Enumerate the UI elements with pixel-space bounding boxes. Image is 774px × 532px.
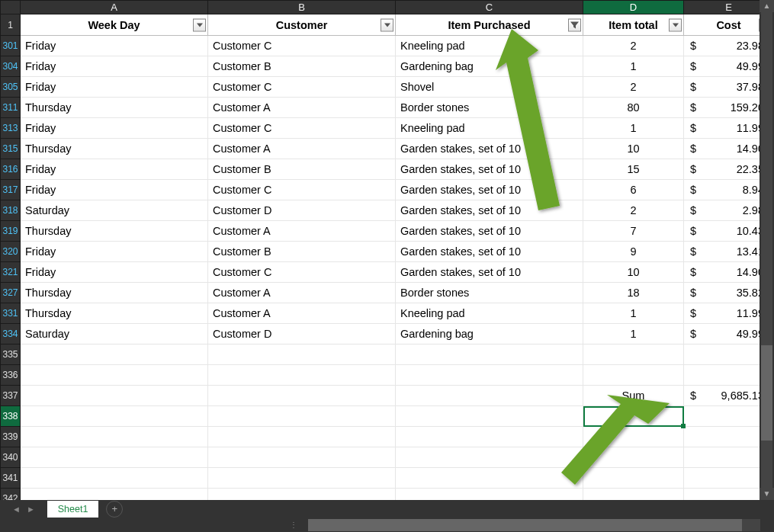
cell[interactable]: Border stones xyxy=(396,283,583,303)
cell[interactable]: 2 xyxy=(583,200,684,221)
cell[interactable]: 10 xyxy=(583,139,684,159)
cell[interactable] xyxy=(21,345,208,365)
tab-scroll-handle-icon[interactable]: ⋮ xyxy=(0,521,308,529)
cell[interactable]: Friday xyxy=(21,262,208,283)
cell[interactable]: Customer C xyxy=(208,77,396,98)
cell[interactable]: Garden stakes, set of 10 xyxy=(396,180,583,200)
row-number[interactable]: 331 xyxy=(1,303,21,324)
cell[interactable]: Garden stakes, set of 10 xyxy=(396,139,583,159)
cell[interactable]: Kneeling pad xyxy=(396,303,583,324)
cell[interactable]: Customer A xyxy=(208,221,396,242)
cell[interactable] xyxy=(396,365,583,386)
cell[interactable] xyxy=(208,468,396,489)
col-header-A[interactable]: A xyxy=(21,1,208,14)
cell[interactable] xyxy=(396,427,583,447)
row-number[interactable]: 319 xyxy=(1,221,21,242)
filter-button[interactable] xyxy=(669,18,682,31)
cell[interactable]: Gardening bag xyxy=(396,56,583,77)
scroll-track[interactable] xyxy=(761,12,772,488)
cell[interactable] xyxy=(396,345,583,365)
cell[interactable]: Garden stakes, set of 10 xyxy=(396,242,583,262)
cell[interactable]: Thursday xyxy=(21,283,208,303)
row-number[interactable]: 1 xyxy=(1,14,21,36)
cell[interactable]: Gardening bag xyxy=(396,324,583,345)
cell[interactable]: Garden stakes, set of 10 xyxy=(396,200,583,221)
cell[interactable] xyxy=(208,447,396,468)
cell[interactable]: Friday xyxy=(21,159,208,180)
cell[interactable]: Thursday xyxy=(21,221,208,242)
cell[interactable]: Friday xyxy=(21,56,208,77)
cell[interactable]: Kneeling pad xyxy=(396,118,583,139)
cell[interactable]: Friday xyxy=(21,77,208,98)
cell[interactable]: 1 xyxy=(583,56,684,77)
cell[interactable] xyxy=(208,345,396,365)
select-all-corner[interactable] xyxy=(1,1,21,14)
scroll-thumb[interactable] xyxy=(761,345,772,441)
cell[interactable]: Customer A xyxy=(208,98,396,118)
row-number[interactable]: 313 xyxy=(1,118,21,139)
cell[interactable]: Customer A xyxy=(208,139,396,159)
row-number[interactable]: 317 xyxy=(1,180,21,200)
spreadsheet-grid[interactable]: A B C D E 1 Week Day Customer Item Purch… xyxy=(0,0,774,500)
fill-handle[interactable] xyxy=(681,424,686,428)
cell[interactable]: Shovel xyxy=(396,77,583,98)
cell[interactable]: Friday xyxy=(21,242,208,262)
tab-next-icon[interactable]: ► xyxy=(27,505,35,514)
cell[interactable]: 6 xyxy=(583,180,684,200)
horizontal-scrollbar[interactable]: ⋮ xyxy=(0,518,774,532)
cell[interactable] xyxy=(208,427,396,447)
cell[interactable] xyxy=(396,468,583,489)
cell[interactable]: Thursday xyxy=(21,139,208,159)
tab-prev-icon[interactable]: ◄ xyxy=(12,505,21,514)
vertical-scrollbar[interactable]: ▲ ▼ xyxy=(760,0,774,500)
cell[interactable]: Friday xyxy=(21,36,208,56)
row-number[interactable]: 311 xyxy=(1,98,21,118)
cell[interactable] xyxy=(583,345,684,365)
cell[interactable]: Border stones xyxy=(396,98,583,118)
cell[interactable] xyxy=(21,406,208,427)
cell[interactable]: Friday xyxy=(21,180,208,200)
filter-button[interactable] xyxy=(193,18,206,31)
cell[interactable] xyxy=(396,447,583,468)
cell[interactable]: Customer C xyxy=(208,180,396,200)
row-number[interactable]: 305 xyxy=(1,77,21,98)
cell[interactable]: Customer B xyxy=(208,159,396,180)
row-number[interactable]: 340 xyxy=(1,447,21,468)
cell[interactable]: 80 xyxy=(583,98,684,118)
col-header-D[interactable]: D xyxy=(583,1,684,14)
cell[interactable]: Saturday xyxy=(21,200,208,221)
add-sheet-button[interactable]: + xyxy=(106,501,123,518)
cell[interactable] xyxy=(21,427,208,447)
cell[interactable]: 1 xyxy=(583,118,684,139)
scroll-up-icon[interactable]: ▲ xyxy=(760,0,774,12)
cell[interactable]: Saturday xyxy=(21,324,208,345)
row-number[interactable]: 315 xyxy=(1,139,21,159)
cell[interactable]: Friday xyxy=(21,118,208,139)
cell[interactable]: Garden stakes, set of 10 xyxy=(396,159,583,180)
row-number[interactable]: 337 xyxy=(1,386,21,406)
cell[interactable]: Thursday xyxy=(21,303,208,324)
cell[interactable] xyxy=(396,386,583,406)
cell[interactable] xyxy=(208,386,396,406)
cell[interactable] xyxy=(208,406,396,427)
cell[interactable]: 7 xyxy=(583,221,684,242)
col-header-C[interactable]: C xyxy=(396,1,583,14)
cell[interactable] xyxy=(583,447,684,468)
cell[interactable]: 2 xyxy=(583,36,684,56)
row-number[interactable]: 321 xyxy=(1,262,21,283)
cell[interactable]: Customer A xyxy=(208,303,396,324)
row-number[interactable]: 341 xyxy=(1,468,21,489)
filter-button[interactable] xyxy=(381,18,393,31)
filter-button-active[interactable] xyxy=(568,18,581,31)
cell[interactable]: Customer D xyxy=(208,200,396,221)
cell[interactable]: Customer D xyxy=(208,324,396,345)
cell[interactable]: Customer B xyxy=(208,242,396,262)
header-item-purchased[interactable]: Item Purchased xyxy=(396,14,583,36)
cell[interactable]: Kneeling pad xyxy=(396,36,583,56)
hscroll-thumb[interactable] xyxy=(308,519,742,531)
cell[interactable] xyxy=(21,447,208,468)
row-number[interactable]: 336 xyxy=(1,365,21,386)
row-number[interactable]: 327 xyxy=(1,283,21,303)
cell[interactable] xyxy=(583,427,684,447)
cell[interactable]: Customer C xyxy=(208,36,396,56)
